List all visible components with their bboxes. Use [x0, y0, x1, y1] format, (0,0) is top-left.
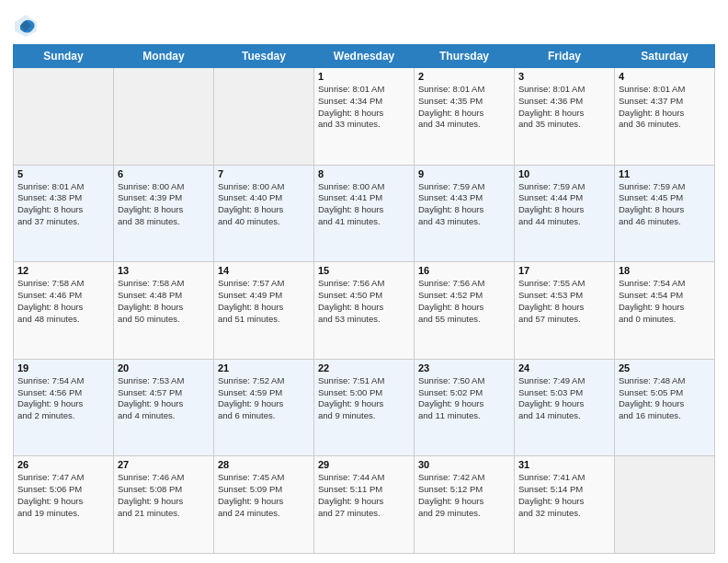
- calendar-cell: 25Sunrise: 7:48 AM Sunset: 5:05 PM Dayli…: [615, 359, 715, 456]
- calendar-cell: 27Sunrise: 7:46 AM Sunset: 5:08 PM Dayli…: [114, 456, 214, 554]
- day-number: 10: [518, 168, 610, 179]
- day-info: Sunrise: 7:41 AM Sunset: 5:14 PM Dayligh…: [518, 472, 610, 519]
- calendar-cell: 10Sunrise: 7:59 AM Sunset: 4:44 PM Dayli…: [515, 165, 615, 262]
- weekday-header-row: SundayMondayTuesdayWednesdayThursdayFrid…: [14, 45, 715, 68]
- calendar-cell: 29Sunrise: 7:44 AM Sunset: 5:11 PM Dayli…: [314, 456, 415, 554]
- weekday-header-tuesday: Tuesday: [214, 45, 314, 68]
- header: [13, 9, 715, 39]
- day-info: Sunrise: 7:51 AM Sunset: 5:00 PM Dayligh…: [318, 375, 410, 422]
- day-info: Sunrise: 7:44 AM Sunset: 5:11 PM Dayligh…: [318, 472, 410, 519]
- weekday-header-sunday: Sunday: [14, 45, 114, 68]
- calendar-cell: 20Sunrise: 7:53 AM Sunset: 4:57 PM Dayli…: [114, 359, 214, 456]
- day-info: Sunrise: 8:00 AM Sunset: 4:40 PM Dayligh…: [218, 181, 310, 228]
- calendar-cell: 26Sunrise: 7:47 AM Sunset: 5:06 PM Dayli…: [14, 456, 114, 554]
- day-info: Sunrise: 7:59 AM Sunset: 4:45 PM Dayligh…: [619, 181, 711, 228]
- day-number: 7: [218, 168, 310, 179]
- calendar-cell: 17Sunrise: 7:55 AM Sunset: 4:53 PM Dayli…: [515, 262, 615, 360]
- day-info: Sunrise: 7:50 AM Sunset: 5:02 PM Dayligh…: [418, 375, 510, 422]
- day-info: Sunrise: 7:42 AM Sunset: 5:12 PM Dayligh…: [418, 472, 510, 519]
- day-info: Sunrise: 8:00 AM Sunset: 4:41 PM Dayligh…: [318, 181, 410, 228]
- calendar-week-2: 5Sunrise: 8:01 AM Sunset: 4:38 PM Daylig…: [14, 165, 715, 262]
- calendar-cell: 7Sunrise: 8:00 AM Sunset: 4:40 PM Daylig…: [214, 165, 314, 262]
- day-info: Sunrise: 7:45 AM Sunset: 5:09 PM Dayligh…: [218, 472, 310, 519]
- day-number: 18: [619, 265, 711, 276]
- day-info: Sunrise: 7:59 AM Sunset: 4:44 PM Dayligh…: [518, 181, 610, 228]
- weekday-header-friday: Friday: [515, 45, 615, 68]
- calendar-cell: [214, 68, 314, 166]
- day-info: Sunrise: 7:53 AM Sunset: 4:57 PM Dayligh…: [118, 375, 210, 422]
- day-number: 21: [218, 362, 310, 373]
- weekday-header-wednesday: Wednesday: [314, 45, 415, 68]
- day-number: 22: [318, 362, 410, 373]
- calendar-week-5: 26Sunrise: 7:47 AM Sunset: 5:06 PM Dayli…: [14, 456, 715, 554]
- day-info: Sunrise: 7:46 AM Sunset: 5:08 PM Dayligh…: [118, 472, 210, 519]
- day-number: 9: [418, 168, 510, 179]
- calendar-week-4: 19Sunrise: 7:54 AM Sunset: 4:56 PM Dayli…: [14, 359, 715, 456]
- day-number: 27: [118, 459, 210, 470]
- calendar-cell: 3Sunrise: 8:01 AM Sunset: 4:36 PM Daylig…: [515, 68, 615, 166]
- day-info: Sunrise: 7:58 AM Sunset: 4:48 PM Dayligh…: [118, 278, 210, 325]
- calendar-cell: [14, 68, 114, 166]
- calendar-cell: 2Sunrise: 8:01 AM Sunset: 4:35 PM Daylig…: [415, 68, 515, 166]
- calendar-cell: 21Sunrise: 7:52 AM Sunset: 4:59 PM Dayli…: [214, 359, 314, 456]
- day-number: 8: [318, 168, 410, 179]
- day-number: 20: [118, 362, 210, 373]
- calendar-cell: 8Sunrise: 8:00 AM Sunset: 4:41 PM Daylig…: [314, 165, 415, 262]
- calendar-cell: 24Sunrise: 7:49 AM Sunset: 5:03 PM Dayli…: [515, 359, 615, 456]
- calendar-cell: 14Sunrise: 7:57 AM Sunset: 4:49 PM Dayli…: [214, 262, 314, 360]
- logo-icon: [13, 13, 39, 39]
- calendar-cell: 16Sunrise: 7:56 AM Sunset: 4:52 PM Dayli…: [415, 262, 515, 360]
- calendar-cell: 11Sunrise: 7:59 AM Sunset: 4:45 PM Dayli…: [615, 165, 715, 262]
- day-info: Sunrise: 7:54 AM Sunset: 4:56 PM Dayligh…: [17, 375, 109, 422]
- day-info: Sunrise: 8:01 AM Sunset: 4:34 PM Dayligh…: [318, 84, 410, 131]
- day-info: Sunrise: 7:47 AM Sunset: 5:06 PM Dayligh…: [17, 472, 109, 519]
- day-info: Sunrise: 7:56 AM Sunset: 4:50 PM Dayligh…: [318, 278, 410, 325]
- day-number: 11: [619, 168, 711, 179]
- weekday-header-monday: Monday: [114, 45, 214, 68]
- logo: [13, 13, 40, 39]
- day-number: 23: [418, 362, 510, 373]
- calendar-cell: 6Sunrise: 8:00 AM Sunset: 4:39 PM Daylig…: [114, 165, 214, 262]
- calendar-cell: [114, 68, 214, 166]
- day-number: 17: [518, 265, 610, 276]
- day-info: Sunrise: 7:59 AM Sunset: 4:43 PM Dayligh…: [418, 181, 510, 228]
- calendar-cell: 5Sunrise: 8:01 AM Sunset: 4:38 PM Daylig…: [14, 165, 114, 262]
- calendar-cell: 13Sunrise: 7:58 AM Sunset: 4:48 PM Dayli…: [114, 262, 214, 360]
- calendar-cell: 31Sunrise: 7:41 AM Sunset: 5:14 PM Dayli…: [515, 456, 615, 554]
- day-info: Sunrise: 7:56 AM Sunset: 4:52 PM Dayligh…: [418, 278, 510, 325]
- day-info: Sunrise: 8:01 AM Sunset: 4:37 PM Dayligh…: [619, 84, 711, 131]
- day-number: 6: [118, 168, 210, 179]
- day-info: Sunrise: 8:01 AM Sunset: 4:36 PM Dayligh…: [518, 84, 610, 131]
- day-number: 29: [318, 459, 410, 470]
- weekday-header-saturday: Saturday: [615, 45, 715, 68]
- calendar-week-3: 12Sunrise: 7:58 AM Sunset: 4:46 PM Dayli…: [14, 262, 715, 360]
- day-info: Sunrise: 7:57 AM Sunset: 4:49 PM Dayligh…: [218, 278, 310, 325]
- day-number: 2: [418, 71, 510, 82]
- calendar-cell: 30Sunrise: 7:42 AM Sunset: 5:12 PM Dayli…: [415, 456, 515, 554]
- calendar-cell: 12Sunrise: 7:58 AM Sunset: 4:46 PM Dayli…: [14, 262, 114, 360]
- calendar-table: SundayMondayTuesdayWednesdayThursdayFrid…: [13, 44, 715, 554]
- day-info: Sunrise: 7:48 AM Sunset: 5:05 PM Dayligh…: [619, 375, 711, 422]
- day-number: 30: [418, 459, 510, 470]
- day-number: 24: [518, 362, 610, 373]
- day-info: Sunrise: 7:58 AM Sunset: 4:46 PM Dayligh…: [17, 278, 109, 325]
- calendar-cell: 18Sunrise: 7:54 AM Sunset: 4:54 PM Dayli…: [615, 262, 715, 360]
- calendar-cell: 23Sunrise: 7:50 AM Sunset: 5:02 PM Dayli…: [415, 359, 515, 456]
- day-number: 15: [318, 265, 410, 276]
- calendar-cell: 19Sunrise: 7:54 AM Sunset: 4:56 PM Dayli…: [14, 359, 114, 456]
- day-info: Sunrise: 7:49 AM Sunset: 5:03 PM Dayligh…: [518, 375, 610, 422]
- day-number: 25: [619, 362, 711, 373]
- weekday-header-thursday: Thursday: [415, 45, 515, 68]
- page: SundayMondayTuesdayWednesdayThursdayFrid…: [0, 0, 728, 563]
- day-number: 5: [17, 168, 109, 179]
- day-number: 13: [118, 265, 210, 276]
- calendar-cell: 9Sunrise: 7:59 AM Sunset: 4:43 PM Daylig…: [415, 165, 515, 262]
- day-info: Sunrise: 7:52 AM Sunset: 4:59 PM Dayligh…: [218, 375, 310, 422]
- day-number: 28: [218, 459, 310, 470]
- calendar-cell: 15Sunrise: 7:56 AM Sunset: 4:50 PM Dayli…: [314, 262, 415, 360]
- day-number: 26: [17, 459, 109, 470]
- day-number: 14: [218, 265, 310, 276]
- day-number: 3: [518, 71, 610, 82]
- day-number: 31: [518, 459, 610, 470]
- calendar-cell: 28Sunrise: 7:45 AM Sunset: 5:09 PM Dayli…: [214, 456, 314, 554]
